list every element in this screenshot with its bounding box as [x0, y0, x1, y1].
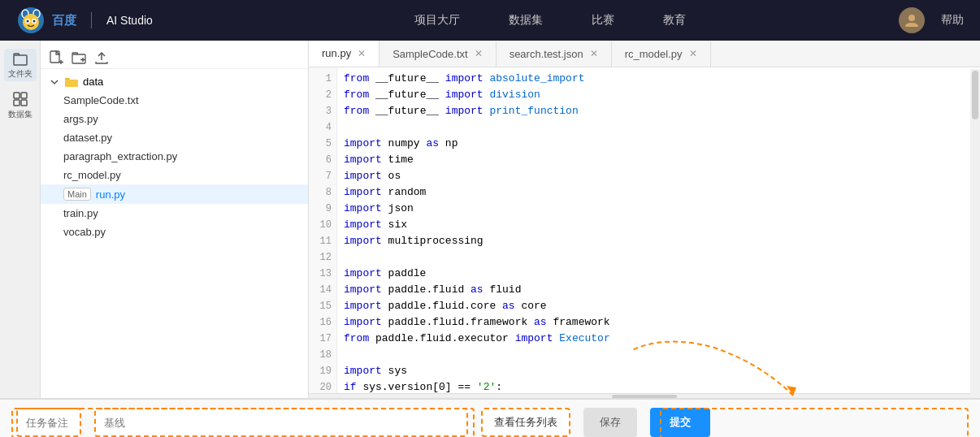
code-lines: from __future__ import absolute_import f…: [337, 67, 980, 393]
line-numbers: 1234 5678 9101112 13141516 17181920 2122…: [309, 67, 337, 393]
main-nav: 项目大厅 数据集 比赛 教育: [202, 13, 899, 28]
logo-area: 百度 AI Studio: [16, 6, 153, 35]
file-tree: data SampleCode.txt args.py dataset.py p…: [41, 41, 309, 398]
h-scroll-thumb: [612, 395, 677, 398]
tab-rc-model-label: rc_model.py: [625, 48, 683, 60]
svg-rect-9: [14, 55, 27, 65]
file-train[interactable]: train.py: [41, 204, 308, 223]
run-file-name: run.py: [96, 188, 125, 201]
file-run[interactable]: Main run.py: [41, 184, 308, 204]
sidebar-item-files[interactable]: 文件夹: [4, 49, 37, 81]
baidu-text: 百度: [52, 13, 76, 28]
main-container: 文件夹 数据集: [0, 41, 980, 398]
svg-point-8: [908, 15, 915, 21]
tab-rc-model-close[interactable]: ✕: [689, 48, 697, 59]
tab-run-py-label: run.py: [322, 47, 351, 59]
file-paragraph[interactable]: paragraph_extraction.py: [41, 147, 308, 166]
svg-rect-10: [14, 93, 20, 98]
ai-studio-text: AI Studio: [106, 14, 153, 27]
folder-open-icon: [65, 76, 78, 88]
nav-education[interactable]: 教育: [663, 13, 686, 28]
file-dataset[interactable]: dataset.py: [41, 128, 308, 147]
tab-search-test-label: search.test.json: [510, 48, 583, 60]
nav-competition[interactable]: 比赛: [592, 13, 614, 28]
tab-rc-model[interactable]: rc_model.py ✕: [612, 41, 711, 67]
code-editor[interactable]: 1234 5678 9101112 13141516 17181920 2122…: [309, 67, 980, 393]
baidu-bear-icon: [16, 6, 46, 35]
datasets-label: 数据集: [8, 109, 33, 120]
svg-rect-20: [65, 80, 78, 87]
grid-icon: [12, 91, 28, 107]
header: 百度 AI Studio 项目大厅 数据集 比赛 教育 帮助: [0, 0, 980, 41]
tab-samplecode[interactable]: SampleCode.txt ✕: [379, 41, 497, 67]
svg-rect-11: [21, 93, 27, 98]
upload-icon[interactable]: [94, 50, 109, 65]
tab-search-test[interactable]: search.test.json ✕: [497, 41, 612, 67]
tab-run-py[interactable]: run.py ✕: [309, 41, 379, 67]
header-right: 帮助: [899, 7, 964, 33]
scroll-indicator[interactable]: [970, 69, 980, 393]
editor-tabs: run.py ✕ SampleCode.txt ✕ search.test.js…: [309, 41, 980, 67]
baseline-input[interactable]: [94, 408, 468, 437]
files-label: 文件夹: [8, 68, 33, 80]
svg-point-6: [27, 20, 29, 23]
editor-area: run.py ✕ SampleCode.txt ✕ search.test.js…: [309, 41, 980, 398]
svg-rect-12: [14, 100, 20, 106]
file-samplecode[interactable]: SampleCode.txt: [41, 91, 308, 110]
root-folder-name: data: [83, 76, 103, 88]
folder-icon: [12, 50, 28, 67]
file-args[interactable]: args.py: [41, 110, 308, 128]
new-folder-icon[interactable]: [72, 50, 86, 65]
tab-run-py-close[interactable]: ✕: [358, 48, 366, 59]
root-folder[interactable]: data: [41, 72, 308, 91]
svg-point-7: [33, 20, 36, 23]
tab-samplecode-close[interactable]: ✕: [475, 48, 483, 59]
save-button[interactable]: 保存: [583, 408, 637, 437]
file-tree-toolbar: [41, 47, 308, 69]
nav-projects[interactable]: 项目大厅: [414, 13, 460, 28]
svg-point-3: [23, 14, 39, 30]
avatar-icon: [904, 12, 920, 28]
view-tasks-button[interactable]: 查看任务列表: [481, 408, 570, 437]
tab-samplecode-label: SampleCode.txt: [392, 48, 468, 60]
nav-datasets[interactable]: 数据集: [509, 13, 543, 28]
bottom-action-bar: 查看任务列表 保存 提交: [0, 398, 980, 437]
svg-rect-13: [21, 100, 27, 106]
sidebar-item-datasets[interactable]: 数据集: [4, 89, 37, 122]
task-note-input[interactable]: [16, 408, 81, 437]
help-link[interactable]: 帮助: [941, 13, 964, 28]
user-avatar[interactable]: [899, 7, 925, 33]
main-tag: Main: [63, 188, 91, 201]
logo-divider: [91, 12, 92, 28]
chevron-down-icon: [49, 76, 60, 88]
file-vocab[interactable]: vocab.py: [41, 223, 308, 241]
scroll-thumb: [972, 71, 978, 119]
sidebar-icons: 文件夹 数据集: [0, 41, 41, 398]
submit-button[interactable]: 提交: [650, 408, 710, 437]
new-file-icon[interactable]: [49, 50, 63, 65]
tab-search-test-close[interactable]: ✕: [590, 48, 598, 59]
file-rcmodel[interactable]: rc_model.py: [41, 166, 308, 184]
